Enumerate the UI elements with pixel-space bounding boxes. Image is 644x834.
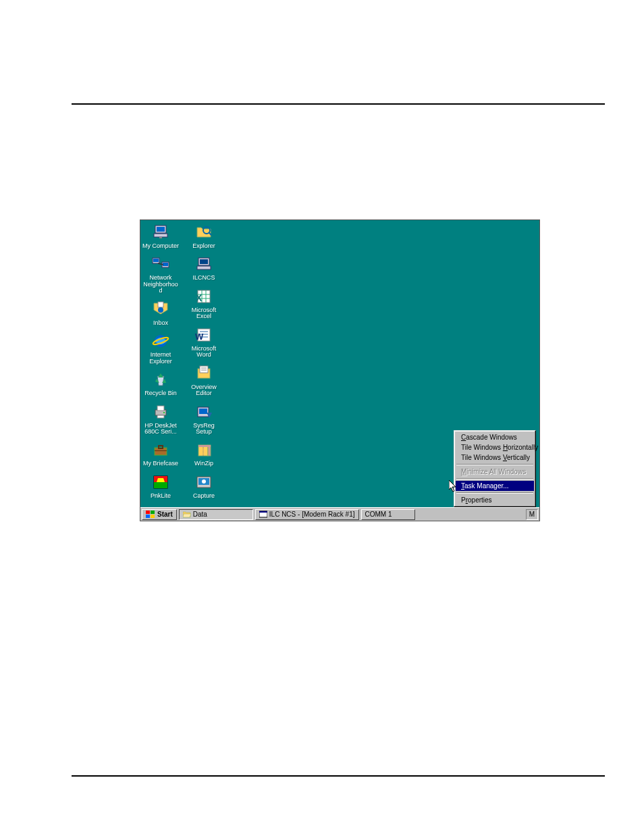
desktop-icon-sysreg[interactable]: SysReg Setup — [185, 402, 223, 436]
svg-rect-43 — [200, 366, 208, 373]
taskbar-context-menu: Cascade WindowsTile Windows Horizontally… — [454, 430, 536, 507]
desktop-icon-label: HP DeskJet 680C Seri... — [142, 423, 180, 436]
desktop-icon-printer[interactable]: HP DeskJet 680C Seri... — [142, 402, 180, 436]
printer-icon — [151, 403, 170, 421]
svg-rect-19 — [159, 446, 163, 448]
desktop-icon-winzip[interactable]: WinZip — [185, 440, 223, 467]
menu-item-cascade-windows[interactable]: Cascade Windows — [456, 432, 534, 442]
desktop[interactable]: My ComputerNetwork NeighborhoodInboxInte… — [140, 219, 540, 521]
svg-rect-1 — [157, 227, 165, 232]
desktop-icon-network[interactable]: Network Neighborhood — [142, 255, 180, 294]
desktop-icon-pnklite[interactable]: PnkLite — [142, 473, 180, 499]
svg-rect-59 — [146, 515, 150, 518]
menu-item-task-manager[interactable]: Task Manager... — [456, 481, 534, 491]
svg-rect-30 — [197, 266, 211, 269]
desktop-icon-recycle[interactable]: Recycle Bin — [142, 370, 180, 396]
network-icon — [151, 255, 170, 273]
word-icon: W — [194, 326, 213, 344]
taskbar-task-ilcncs[interactable]: ILC NCS - [Modem Rack #1] — [255, 509, 359, 520]
desktop-icon-briefcase[interactable]: My Briefcase — [142, 440, 180, 467]
overview-icon — [194, 365, 213, 382]
menu-item-properties[interactable]: Properties — [456, 495, 534, 505]
tray-text: M — [529, 511, 535, 518]
taskbar-task-data[interactable]: Data — [179, 509, 253, 520]
pnklite-icon — [151, 473, 170, 491]
system-tray[interactable]: M — [526, 509, 538, 520]
svg-rect-51 — [198, 445, 211, 447]
desktop-icon-label: Capture — [193, 493, 215, 499]
svg-marker-24 — [157, 478, 165, 482]
task-label: Data — [193, 511, 207, 518]
start-label: Start — [157, 511, 173, 518]
desktop-icon-computer[interactable]: My Computer — [142, 223, 180, 249]
desktop-icon-inbox[interactable]: Inbox — [142, 300, 180, 326]
menu-separator — [456, 478, 533, 479]
menu-item-tile-windows-vertically[interactable]: Tile Windows Vertically — [456, 452, 534, 463]
capture-icon — [194, 473, 213, 491]
task-label: ILC NCS - [Modem Rack #1] — [269, 511, 355, 518]
desktop-icon-label: WinZip — [194, 461, 213, 467]
svg-rect-16 — [157, 415, 164, 418]
svg-rect-3 — [159, 237, 162, 238]
svg-text:W: W — [195, 332, 204, 342]
explorer-icon — [194, 224, 213, 241]
svg-rect-58 — [151, 511, 155, 514]
computer-icon — [151, 224, 170, 241]
windows-logo-icon — [146, 511, 155, 519]
desktop-icon-label: My Briefcase — [143, 461, 178, 467]
svg-rect-5 — [153, 259, 159, 262]
svg-rect-60 — [151, 515, 155, 518]
desktop-icon-label: Inbox — [153, 320, 168, 326]
svg-point-11 — [158, 307, 163, 313]
start-button[interactable]: Start — [142, 509, 177, 520]
inbox-icon — [151, 301, 170, 318]
desktop-icon-label: SysReg Setup — [185, 423, 223, 436]
desktop-icon-label: Internet Explorer — [142, 352, 180, 365]
svg-rect-57 — [146, 511, 150, 514]
menu-item-minimize-all-windows: Minimize All Windows — [456, 467, 534, 477]
desktop-icon-excel[interactable]: XMicrosoft Excel — [185, 287, 223, 320]
svg-rect-64 — [259, 511, 267, 513]
svg-point-55 — [202, 479, 206, 484]
excel-icon: X — [194, 288, 213, 305]
svg-rect-10 — [158, 302, 163, 307]
svg-rect-47 — [199, 409, 207, 414]
svg-marker-62 — [183, 514, 191, 517]
task-label: COMM 1 — [365, 511, 392, 518]
desktop-icon-label: Microsoft Word — [185, 346, 223, 359]
desktop-icon-label: Explorer — [192, 243, 215, 249]
desktop-icon-overview[interactable]: Overview Editor — [185, 364, 223, 397]
desktop-icon-explorer[interactable]: Explorer — [185, 223, 223, 249]
desktop-icon-word[interactable]: WMicrosoft Word — [185, 325, 223, 359]
taskbar: Start Data ILC NCS - [Modem Rack #1] COM… — [140, 507, 539, 521]
desktop-icon-label: My Computer — [142, 243, 179, 249]
svg-rect-23 — [154, 482, 167, 488]
briefcase-icon — [151, 441, 170, 459]
desktop-icon-label: Microsoft Excel — [185, 307, 223, 320]
desktop-icon-capture[interactable]: Capture — [185, 473, 223, 499]
folder-open-icon — [183, 511, 191, 519]
desktop-icon-label: Overview Editor — [185, 384, 223, 397]
desktop-icon-ie[interactable]: Internet Explorer — [142, 332, 180, 365]
winzip-icon — [194, 441, 213, 459]
recycle-icon — [151, 371, 170, 388]
desktop-icon-label: Network Neighborhood — [142, 275, 180, 294]
svg-rect-20 — [155, 450, 167, 451]
svg-text:X: X — [196, 292, 203, 303]
desktop-icon-label: Recycle Bin — [144, 390, 177, 396]
app-window-icon — [259, 511, 267, 519]
svg-rect-7 — [163, 263, 168, 266]
desktop-icon-label: ILCNCS — [192, 275, 215, 281]
ie-icon — [151, 332, 170, 350]
desktop-icon-label: PnkLite — [151, 493, 171, 499]
svg-rect-2 — [154, 234, 167, 237]
svg-rect-29 — [200, 259, 208, 264]
taskbar-task-comm1[interactable]: COMM 1 — [361, 509, 415, 520]
desktop-icon-ilcncs[interactable]: ILCNCS — [185, 255, 223, 281]
menu-separator — [456, 492, 533, 494]
svg-point-17 — [163, 412, 165, 413]
menu-item-tile-windows-horizontally[interactable]: Tile Windows Horizontally — [456, 442, 534, 452]
ilcncs-icon — [194, 255, 213, 273]
menu-separator — [456, 464, 533, 465]
svg-rect-15 — [157, 406, 164, 411]
